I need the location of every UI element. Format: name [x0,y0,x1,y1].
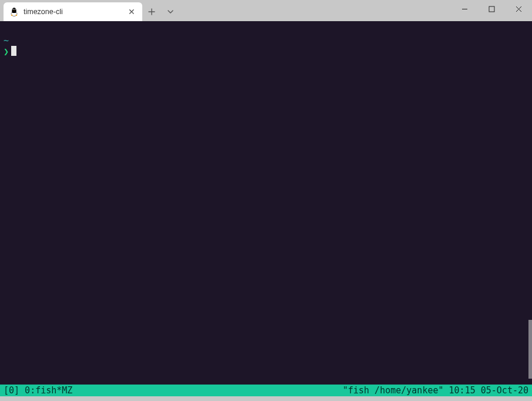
cwd-tilde: ~ [4,35,9,46]
terminal-content: ~ ❯ [0,21,532,57]
minimize-button[interactable] [451,0,478,18]
svg-rect-5 [489,6,494,12]
maximize-button[interactable] [478,0,505,18]
statusbar-right: "fish /home/yankee" 10:15 05-Oct-20 [343,385,528,396]
terminal[interactable]: ~ ❯ [0] 0:fish*MZ "fish /home/yankee" 10… [0,21,532,396]
prompt-glyph: ❯ [4,46,9,57]
svg-point-4 [15,9,15,10]
terminal-blank-line [4,25,528,35]
terminal-cwd-line: ~ [4,35,528,46]
tab-close-icon[interactable]: ✕ [127,8,136,16]
terminal-prompt-line: ❯ [4,46,528,57]
close-button[interactable] [505,0,532,18]
svg-point-3 [13,9,14,10]
window-border-bottom [0,396,532,401]
window-controls [451,0,532,21]
cursor [11,46,16,56]
tab-dropdown-button[interactable] [161,2,180,21]
tux-icon [9,7,19,16]
scrollbar-thumb[interactable] [528,320,532,379]
titlebar: timezone-cli ✕ [0,0,532,21]
tmux-statusbar: [0] 0:fish*MZ "fish /home/yankee" 10:15 … [0,385,532,396]
tab-title: timezone-cli [24,8,127,16]
new-tab-button[interactable] [142,2,161,21]
scrollbar-track[interactable] [528,21,532,396]
tab-active[interactable]: timezone-cli ✕ [4,2,142,21]
statusbar-left: [0] 0:fish*MZ [4,385,72,396]
